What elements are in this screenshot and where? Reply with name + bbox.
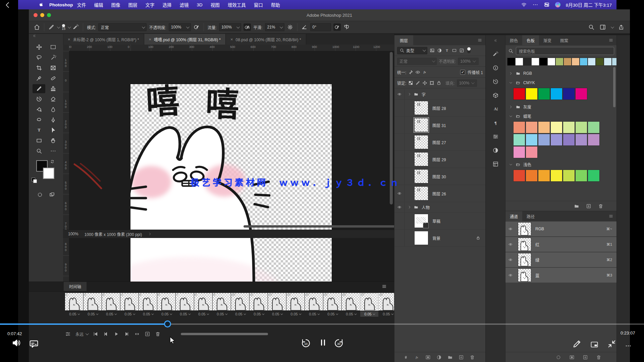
menubar-item[interactable]: 文件 (73, 1, 90, 8)
3d-icon[interactable] (492, 92, 499, 99)
blur-tool[interactable] (47, 105, 59, 114)
move-tool[interactable] (33, 43, 45, 52)
volume-icon[interactable] (11, 338, 21, 348)
swatches-dock-tab[interactable]: 颜色 (505, 35, 522, 45)
frame-delay[interactable]: 0.05 (213, 311, 231, 317)
tab-timeline[interactable]: 时间轴 (64, 282, 87, 291)
brush-panel-toggle-icon[interactable] (72, 24, 79, 31)
lock-pixels-icon[interactable] (415, 80, 420, 85)
menubar-more-icon[interactable] (532, 2, 538, 8)
layer-thumbnail[interactable] (415, 118, 428, 132)
channel-row[interactable]: 绿 ⌘2 (505, 252, 617, 267)
layer-thumbnail[interactable] (415, 214, 428, 228)
lasso-tool[interactable] (33, 53, 45, 62)
pen-tool[interactable] (47, 115, 59, 124)
swatch[interactable] (548, 58, 555, 65)
swatch[interactable] (514, 88, 525, 100)
swatch[interactable] (524, 58, 531, 65)
frame-delay[interactable]: 0.05 (286, 311, 305, 317)
layer-row[interactable]: 背景 (394, 230, 486, 247)
add-mask-icon[interactable] (425, 355, 431, 360)
progress-knob[interactable] (164, 320, 171, 327)
swatch[interactable] (514, 146, 525, 158)
visibility-toggle[interactable] (394, 151, 405, 168)
menubar-clock[interactable]: 8月30日 周二 下午3:17 (566, 1, 612, 8)
swatch[interactable] (572, 58, 579, 65)
rewind-10-button[interactable]: 10 (301, 338, 311, 349)
first-frame-button[interactable] (93, 331, 98, 337)
menubar-item[interactable]: 帮助 (267, 1, 284, 8)
propagate-checkbox[interactable]: ✓ (460, 70, 465, 75)
visibility-toggle[interactable] (394, 89, 405, 99)
pip-icon[interactable] (589, 341, 600, 349)
timeline-frame[interactable]: 2 0.05 (84, 293, 102, 325)
smudge-tool[interactable] (33, 115, 45, 124)
swatches-menu-icon[interactable] (608, 38, 613, 42)
visibility-toggle[interactable] (394, 117, 405, 133)
layer-row[interactable]: 字 (394, 89, 486, 100)
menubar-item[interactable]: 编辑 (90, 1, 107, 8)
frame-delay[interactable]: 0.05 (120, 311, 139, 317)
paragraph-icon[interactable]: ¶ (492, 120, 499, 126)
layer-row[interactable]: 草稿 (394, 213, 486, 230)
new-swatch-icon[interactable] (586, 203, 591, 209)
dock-collapse-icon[interactable] (493, 39, 498, 43)
timeline-frame[interactable]: 3 0.05 (102, 293, 120, 325)
swatch[interactable] (563, 122, 575, 133)
clone-stamp-tool[interactable] (47, 84, 59, 93)
swatch[interactable] (588, 58, 595, 65)
next-frame-button[interactable] (124, 331, 129, 337)
layer-style-icon[interactable]: fx (414, 355, 420, 360)
visibility-toggle[interactable] (394, 202, 405, 212)
apple-menu-icon[interactable] (38, 2, 44, 8)
swatch[interactable] (514, 122, 525, 133)
filter-smart-icon[interactable] (459, 48, 464, 53)
filter-shape-icon[interactable] (452, 48, 457, 53)
channel-visibility[interactable] (505, 237, 516, 252)
timeline-frame[interactable]: 18 0.05 (379, 293, 394, 325)
workspace-icon[interactable] (599, 24, 606, 31)
delete-channel-icon[interactable] (596, 355, 601, 360)
timeline-frame[interactable]: 16 0.05 (342, 293, 360, 325)
flow-select[interactable]: 100% (219, 23, 241, 31)
smooth-select[interactable]: 21% (265, 23, 284, 31)
swatch[interactable] (576, 122, 587, 133)
paint-bucket-tool[interactable] (33, 105, 45, 114)
layers-menu-icon[interactable] (477, 38, 482, 42)
new-group-icon[interactable] (447, 355, 453, 360)
channel-row[interactable]: 蓝 ⌘3 (505, 268, 617, 283)
hand-tool[interactable] (47, 136, 59, 145)
layer-row[interactable]: 图层 30 (394, 168, 486, 185)
airbrush-icon[interactable] (244, 23, 251, 31)
properties-icon[interactable] (492, 133, 499, 140)
unify-style-icon[interactable]: fx (422, 70, 427, 75)
default-colors-icon[interactable] (32, 178, 37, 183)
crop-tool[interactable] (33, 63, 45, 72)
frame-delay[interactable]: 0.05 (360, 311, 378, 317)
load-selection-icon[interactable] (556, 355, 561, 360)
menubar-item[interactable]: 滤镜 (176, 1, 193, 8)
control-center-icon[interactable] (544, 2, 550, 8)
player-more-icon[interactable] (623, 343, 634, 349)
swatch[interactable] (507, 58, 515, 65)
menubar-item[interactable]: 视图 (207, 1, 224, 8)
timeline-frame[interactable]: 14 0.05 (305, 293, 323, 325)
new-layer-icon[interactable] (459, 355, 464, 360)
mode-select[interactable]: 正常 (98, 23, 147, 31)
play-button[interactable] (113, 331, 119, 337)
swatch[interactable] (516, 58, 523, 65)
swatch[interactable] (538, 122, 550, 133)
horizontal-scrollbar[interactable] (70, 225, 392, 228)
swap-colors-icon[interactable] (50, 159, 55, 164)
timeline-frame[interactable]: 12 0.05 (268, 293, 286, 325)
swatch[interactable] (514, 134, 525, 145)
frame-delay[interactable]: 0.05 (157, 311, 175, 317)
save-selection-icon[interactable] (569, 355, 575, 360)
swatches-dock-tab[interactable]: 渐变 (539, 35, 556, 45)
swatch[interactable] (556, 58, 563, 65)
document-tab[interactable]: × 08.psd @ 100% (图层 20, RGB/8#) * (226, 34, 306, 45)
document-tab[interactable]: × 嘻嘻.psd @ 100% (图层 31, RGB/8) * (144, 34, 226, 45)
channel-visibility[interactable] (505, 268, 516, 283)
visibility-toggle[interactable] (394, 213, 405, 229)
history-brush-tool[interactable] (33, 95, 45, 104)
